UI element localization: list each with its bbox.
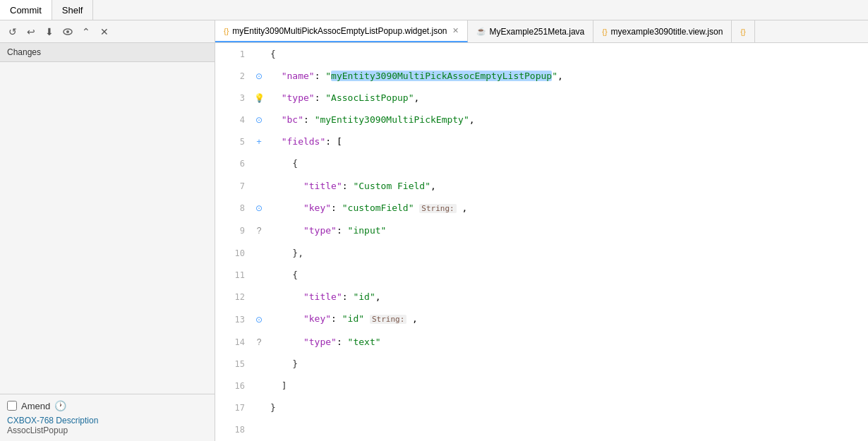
line-num-7: 7 [215,175,251,197]
close-diff-button[interactable]: ✕ [96,23,113,40]
circle-icon-8: ⊙ [255,203,263,213]
commit-description-secondary: AssocListPopup [7,425,207,435]
java-icon-tab2: ☕ [476,27,486,36]
line-num-3: 3 [215,87,251,109]
table-row: 12 "title": "id", [215,286,868,308]
editor-tab-view-json[interactable]: {} myexample3090title.view.json [593,20,732,42]
line-code-10: }, [267,242,868,264]
line-code-6: { [267,153,868,175]
editor-panel: {} myEntity3090MultiPickAssocEmptyListPo… [215,20,868,441]
line-code-1: { [267,43,868,65]
json-icon-tab3: {} [602,28,607,36]
line-icons-7 [251,175,267,197]
editor-tab-extra[interactable]: {} [732,20,754,42]
line-num-6: 6 [215,153,251,175]
line-icons-10 [251,242,267,264]
line-icons-12 [251,286,267,308]
table-row: 4 ⊙ "bc": "myEntity3090MultiPickEmpty", [215,109,868,131]
line-code-12: "title": "id", [267,286,868,308]
table-row: 17 } [215,397,868,419]
line-code-14: "type": "text" [267,331,868,353]
eye-icon [62,26,73,37]
expand-button[interactable]: ⌃ [78,23,95,40]
rollback-button[interactable]: ↩ [23,23,40,40]
line-icons-6 [251,153,267,175]
editor-tab-widget-json[interactable]: {} myEntity3090MultiPickAssocEmptyListPo… [215,20,468,42]
line-num-5: 5 [215,131,251,153]
main-area: ↺ ↩ ⬇ ⌃ ✕ Changes Amend 🕐 C [0,20,868,441]
table-row: 14 ? "type": "text" [215,331,868,353]
table-row: 15 } [215,353,868,375]
table-row: 11 { [215,264,868,286]
table-row: 1 { [215,43,868,65]
table-row: 9 ? "type": "input" [215,220,868,242]
line-num-18: 18 [215,419,251,441]
refresh-button[interactable]: ↺ [4,23,21,40]
question-icon-9: ? [257,226,262,236]
editor-tab-meta-java[interactable]: ☕ MyExample251Meta.java [468,20,594,42]
changes-list[interactable] [0,62,215,394]
line-code-3: "type": "AssocListPopup", [267,87,868,109]
line-icons-15 [251,353,267,375]
line-code-13: "key": "id" String: , [267,308,868,331]
editor-tabs: {} myEntity3090MultiPickAssocEmptyListPo… [215,20,868,43]
line-num-11: 11 [215,264,251,286]
code-content: 1 { 2 ⊙ "name": "myEntity3090MultiPickAs… [215,43,868,441]
tab1-label: myEntity3090MultiPickAssocEmptyListPopup… [232,26,447,36]
line-num-9: 9 [215,220,251,242]
line-num-16: 16 [215,375,251,397]
amend-checkbox[interactable] [7,401,17,411]
line-code-8: "key": "customField" String: , [267,197,868,220]
table-row: 6 { [215,153,868,175]
commit-tab-label: Commit [10,5,42,16]
line-icons-18 [251,419,267,441]
table-row: 5 + "fields": [ [215,131,868,153]
table-row: 7 "title": "Custom Field", [215,175,868,197]
question-icon-14: ? [257,337,262,347]
line-num-4: 4 [215,109,251,131]
plus-icon-5: + [256,136,262,147]
table-row: 3 💡 "type": "AssocListPopup", [215,87,868,109]
line-icons-2: ⊙ [251,65,267,87]
changes-header-label: Changes [7,47,41,57]
line-icons-8: ⊙ [251,197,267,220]
changes-header: Changes [0,43,215,62]
line-code-9: "type": "input" [267,220,868,242]
circle-icon-4: ⊙ [255,115,263,125]
line-num-2: 2 [215,65,251,87]
line-num-13: 13 [215,308,251,331]
update-button[interactable]: ⬇ [41,23,58,40]
commit-description[interactable]: CXBOX-768 Description [7,416,207,425]
table-row: 10 }, [215,242,868,264]
line-code-18 [267,419,868,441]
line-code-15: } [267,353,868,375]
line-code-4: "bc": "myEntity3090MultiPickEmpty", [267,109,868,131]
clock-icon[interactable]: 🕐 [54,400,66,411]
left-panel: ↺ ↩ ⬇ ⌃ ✕ Changes Amend 🕐 C [0,20,215,441]
circle-icon-13: ⊙ [255,315,263,325]
table-row: 18 [215,419,868,441]
amend-row: Amend 🕐 [7,400,207,411]
bottom-panel: Amend 🕐 CXBOX-768 Description AssocListP… [0,394,215,441]
tab-commit[interactable]: Commit [0,0,52,20]
line-num-10: 10 [215,242,251,264]
svg-point-1 [66,30,69,33]
toolbar: ↺ ↩ ⬇ ⌃ ✕ [0,20,215,43]
line-icons-3: 💡 [251,87,267,109]
tab-shelf[interactable]: Shelf [52,0,94,20]
circle-icon-2: ⊙ [255,71,263,81]
code-editor[interactable]: 1 { 2 ⊙ "name": "myEntity3090MultiPickAs… [215,43,868,441]
line-num-8: 8 [215,197,251,220]
line-code-17: } [267,397,868,419]
line-code-5: "fields": [ [267,131,868,153]
shelf-tab-label: Shelf [62,5,83,16]
table-row: 8 ⊙ "key": "customField" String: , [215,197,868,220]
table-row: 2 ⊙ "name": "myEntity3090MultiPickAssocE… [215,65,868,87]
line-icons-16 [251,375,267,397]
line-icons-14: ? [251,331,267,353]
top-bar: Commit Shelf [0,0,868,20]
line-num-14: 14 [215,331,251,353]
tab1-close[interactable]: ✕ [452,26,459,35]
line-icons-17 [251,397,267,419]
view-button[interactable] [59,23,76,40]
